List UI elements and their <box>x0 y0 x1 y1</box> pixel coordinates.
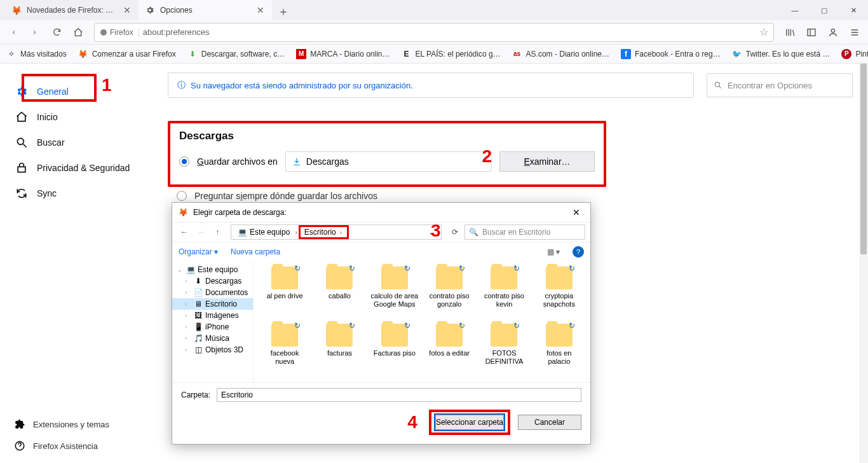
bookmark-item[interactable]: ⬇Descargar, software, c… <box>187 49 285 59</box>
sidebar-toggle-button[interactable] <box>802 23 821 42</box>
bookmark-item[interactable]: 🦊Comenzar a usar Firefox <box>78 49 176 59</box>
search-input[interactable]: Encontrar en Opciones <box>707 73 853 97</box>
up-button[interactable]: ↑ <box>210 225 224 239</box>
identity-box[interactable]: Firefox <box>100 28 139 37</box>
close-icon[interactable]: ✕ <box>122 5 132 15</box>
refresh-button[interactable]: ⟳ <box>448 225 462 239</box>
folder-item[interactable]: ↻fotos a editar <box>423 324 475 377</box>
folder-item[interactable]: ↻Facturas piso <box>369 324 421 377</box>
account-button[interactable] <box>824 23 843 42</box>
tree-item[interactable]: ›📱iPhone <box>172 321 253 333</box>
url-bar[interactable]: Firefox about:preferences ☆ <box>94 23 774 42</box>
dialog-search-input[interactable]: 🔍 Buscar en Escritorio <box>465 225 585 240</box>
view-mode-button[interactable]: ▦ ▾ <box>547 247 560 256</box>
folder-item[interactable]: ↻calculo de area Google Maps <box>369 266 421 320</box>
sidebar-item-search[interactable]: Buscar <box>0 130 153 155</box>
new-tab-button[interactable]: ＋ <box>275 3 292 20</box>
folder-icon: 🖥 <box>194 300 203 308</box>
folder-item[interactable]: ↻facturas <box>313 324 365 377</box>
back-button[interactable]: ← <box>177 225 191 239</box>
maximize-button[interactable]: ▢ <box>810 0 839 20</box>
lock-icon <box>14 160 29 176</box>
vertical-scrollbar[interactable] <box>859 64 868 463</box>
svg-point-3 <box>831 29 834 32</box>
info-banner: ⓘ Su navegador está siendo administrado … <box>168 73 694 98</box>
sidebar-item-privacy[interactable]: Privacidad & Seguridad <box>0 155 153 181</box>
bookmark-item[interactable]: PPinterest <box>841 49 868 59</box>
tree-item[interactable]: ›🖼Imágenes <box>172 310 253 321</box>
folder-picker-dialog: 🦊 Elegir carpeta de descarga: ✕ ← → ↑ 💻E… <box>172 202 591 445</box>
sidebar-item-home[interactable]: Inicio <box>0 104 153 130</box>
sidebar-support[interactable]: Firefox Asistencia <box>0 435 153 457</box>
sidebar-item-sync[interactable]: Sync <box>0 181 153 206</box>
folder-item[interactable]: ↻contrato piso kevin <box>478 266 530 320</box>
sync-overlay-icon: ↻ <box>294 264 301 273</box>
star-icon: ✧ <box>6 49 17 59</box>
reload-button[interactable] <box>47 23 66 42</box>
dialog-titlebar[interactable]: 🦊 Elegir carpeta de descarga: ✕ <box>172 203 590 222</box>
folder-item[interactable]: ↻FOTOS DEFINITIVA <box>478 324 530 377</box>
folder-icon: ↻ <box>381 324 408 347</box>
browse-button[interactable]: Examinar… <box>499 151 595 172</box>
tree-item[interactable]: ⌄💻Este equipo <box>172 264 253 275</box>
library-button[interactable] <box>780 23 799 42</box>
bookmark-star-icon[interactable]: ☆ <box>759 26 768 38</box>
bookmark-item[interactable]: fFacebook - Entra o reg… <box>621 49 721 59</box>
sidebar-extensions[interactable]: Extensiones y temas <box>0 413 153 435</box>
new-folder-button[interactable]: Nueva carpeta <box>231 247 280 256</box>
cancel-button[interactable]: Cancelar <box>518 415 581 430</box>
bookmark-item[interactable]: asAS.com - Diario online… <box>512 49 609 59</box>
tree-item[interactable]: ›🎵Música <box>172 333 253 344</box>
tab-label: Novedades de Firefox: usa Firef <box>27 6 117 15</box>
bookmark-item[interactable]: EEL PAÍS: el periódico g… <box>402 49 501 59</box>
sync-overlay-icon: ↻ <box>294 321 301 330</box>
chevron-right-icon[interactable]: › <box>294 229 298 236</box>
radio-save-to[interactable] <box>179 156 189 167</box>
folder-icon: ↻ <box>546 266 573 289</box>
svg-point-0 <box>100 29 107 36</box>
bookmark-item[interactable]: ✧Más visitados <box>6 49 67 59</box>
search-icon: 🔍 <box>469 228 478 237</box>
folder-item[interactable]: ↻facebook nueva <box>259 324 311 377</box>
forward-button[interactable]: → <box>194 225 208 239</box>
folder-tree[interactable]: ⌄💻Este equipo›⬇Descargas›📄Documentos›🖥Es… <box>172 261 254 382</box>
breadcrumb-desktop[interactable]: Escritorio› <box>299 225 349 239</box>
folder-name: Facturas piso <box>374 349 416 357</box>
file-grid[interactable]: ↻al pen drive↻caballo↻calculo de area Go… <box>254 261 590 382</box>
folder-item[interactable]: ↻caballo <box>313 266 365 320</box>
close-icon[interactable]: ✕ <box>569 206 584 219</box>
folder-item[interactable]: ↻cryptopia snapchots <box>533 266 585 320</box>
tree-item[interactable]: ›📄Documentos <box>172 287 253 298</box>
tree-label: Música <box>205 334 229 343</box>
folder-item[interactable]: ↻contrato piso gonzalo <box>423 266 475 320</box>
close-window-button[interactable]: ✕ <box>839 0 868 20</box>
tab-active[interactable]: Opciones ✕ <box>139 0 272 20</box>
tree-item[interactable]: ›◫Objetos 3D <box>172 344 253 356</box>
tab-inactive[interactable]: 🦊 Novedades de Firefox: usa Firef ✕ <box>5 0 139 20</box>
download-path-display: Descargas <box>285 151 492 172</box>
minimize-button[interactable]: — <box>780 0 810 20</box>
forward-button[interactable] <box>25 23 44 42</box>
tree-item[interactable]: ›🖥Escritorio <box>172 298 253 310</box>
bookmark-item[interactable]: MMARCA - Diario onlin… <box>296 49 390 59</box>
help-icon[interactable]: ? <box>573 246 584 258</box>
folder-name-input[interactable] <box>217 388 581 402</box>
back-button[interactable] <box>4 23 23 42</box>
folder-icon: 🎵 <box>194 334 203 343</box>
select-folder-button[interactable]: Seleccionar carpeta <box>435 415 504 430</box>
tree-item[interactable]: ›⬇Descargas <box>172 275 253 287</box>
bookmark-item[interactable]: 🐦Twitter. Es lo que está … <box>732 49 831 59</box>
svg-line-9 <box>719 86 721 88</box>
close-icon[interactable]: ✕ <box>255 5 266 15</box>
folder-name: contrato piso kevin <box>480 292 528 308</box>
breadcrumb-bar[interactable]: 💻Este equipo › Escritorio› 3 ⌄ <box>231 225 442 240</box>
search-placeholder: Buscar en Escritorio <box>482 228 550 237</box>
folder-item[interactable]: ↻al pen drive <box>259 266 311 320</box>
home-button[interactable] <box>69 23 88 42</box>
folder-item[interactable]: ↻fotos en palacio <box>533 324 585 377</box>
breadcrumb-pc[interactable]: 💻Este equipo <box>234 225 294 239</box>
scrollbar-thumb[interactable] <box>860 64 867 254</box>
menu-button[interactable] <box>845 23 864 42</box>
organize-menu[interactable]: Organizar ▾ <box>179 247 218 256</box>
radio-ask[interactable] <box>177 191 187 201</box>
